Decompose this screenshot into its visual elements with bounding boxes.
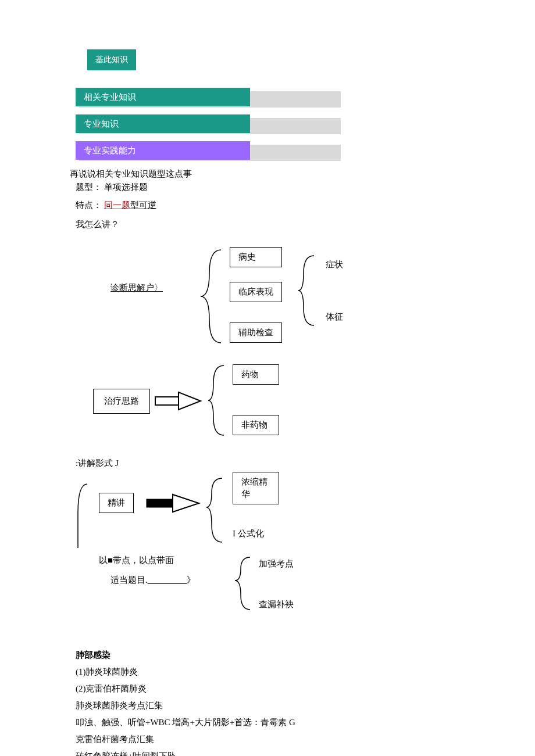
diag4-node-fill: 查漏补袂 <box>259 599 294 611</box>
content-heading: 肺部感染 <box>76 647 488 663</box>
svg-rect-1 <box>147 499 173 507</box>
diag2-left: 治疗思路 <box>93 389 150 414</box>
content-p4: 叩浊、触强、听管+WBC 增高+大片阴影+首选：青霉素 G <box>76 715 488 730</box>
brace-icon <box>198 247 227 346</box>
diag3-node-essence: 浓缩精华 <box>233 472 279 504</box>
svg-rect-0 <box>155 397 179 405</box>
diag3-node-formula: I 公式化 <box>233 528 264 540</box>
tab-related[interactable]: 相关专业知识 <box>76 88 250 106</box>
content-p3: 肺炎球菌肺炎考点汇集 <box>76 698 488 714</box>
brace-icon <box>233 554 256 612</box>
diagram-lecture: 精讲 浓缩精华 I 公式化 <box>76 475 488 551</box>
diag3-left: 精讲 <box>99 493 134 513</box>
intro-line3-label: 特点： <box>76 200 102 210</box>
arrow-icon <box>154 390 206 413</box>
diag1-node-aux: 辅助检查 <box>230 323 282 343</box>
intro-line3-link2[interactable]: 型可逆 <box>130 200 156 210</box>
diag1-node-clinical: 临床表现 <box>230 282 282 302</box>
diag4-line2b: 》 <box>187 575 194 585</box>
diag1-right-sign: 体征 <box>326 311 343 323</box>
tab-practice[interactable]: 专业实践能力 <box>76 141 250 160</box>
content-p1: (1)肺炎球菌肺炎 <box>76 664 488 680</box>
content-p5: 克雷伯杆菌考点汇集 <box>76 732 488 747</box>
diag2-node-drug: 药物 <box>233 364 279 385</box>
content-section: 肺部感染 (1)肺炎球菌肺炎 (2)克雷伯杆菌肺炎 肺炎球菌肺炎考点汇集 叩浊、… <box>76 647 488 756</box>
diagram-topic: 以■带点，以点带面 适当题目. 》 加强考点 查漏补袂 <box>76 554 488 636</box>
diagram-treatment: 治疗思路 药物 非药物 <box>76 360 488 447</box>
intro-line2-value: 单项选择题 <box>104 182 148 192</box>
brace-icon <box>205 475 228 545</box>
diag2-node-nondrug: 非药物 <box>233 415 279 435</box>
arrow-icon <box>145 493 204 515</box>
tab-basic[interactable]: 基此知识 <box>87 49 136 70</box>
brace-icon <box>297 253 320 328</box>
diag3-title: :讲解影式 J <box>76 457 488 470</box>
intro-line1: 再说说相关专业知识题型这点事 <box>70 168 488 180</box>
tab-pro[interactable]: 专业知识 <box>76 114 250 133</box>
brace-left-icon <box>70 481 93 551</box>
tab-related-row: 相关专业知识 <box>76 88 488 109</box>
diag4-line2a: 适当题目. <box>110 575 148 585</box>
diag4-node-strength: 加强考点 <box>259 558 294 570</box>
intro-line2-label: 题型： <box>76 182 102 192</box>
content-p6: 砖红色胶冻样+叶间裂下坠。 <box>76 748 488 756</box>
brace-icon <box>206 363 230 438</box>
diag1-node-history: 病史 <box>230 247 282 267</box>
intro-line4: 我怎么讲？ <box>76 218 488 231</box>
tab-practice-row: 专业实践能力 <box>76 141 488 162</box>
content-p2: (2)克雷伯杆菌肺炎 <box>76 681 488 697</box>
diag1-left: 诊断思解户〉 <box>110 282 163 294</box>
intro-line3-link1[interactable]: 同一题 <box>104 200 130 210</box>
underline-spacer <box>148 575 187 585</box>
diag4-line1: 以■带点，以点带面 <box>99 554 174 567</box>
tab-pro-row: 专业知识 <box>76 114 488 135</box>
diag1-right-symptom: 症状 <box>326 259 343 271</box>
diagram-diagnosis: 诊断思解户〉 病史 临床表现 辅助检查 症状 体征 <box>76 241 488 357</box>
